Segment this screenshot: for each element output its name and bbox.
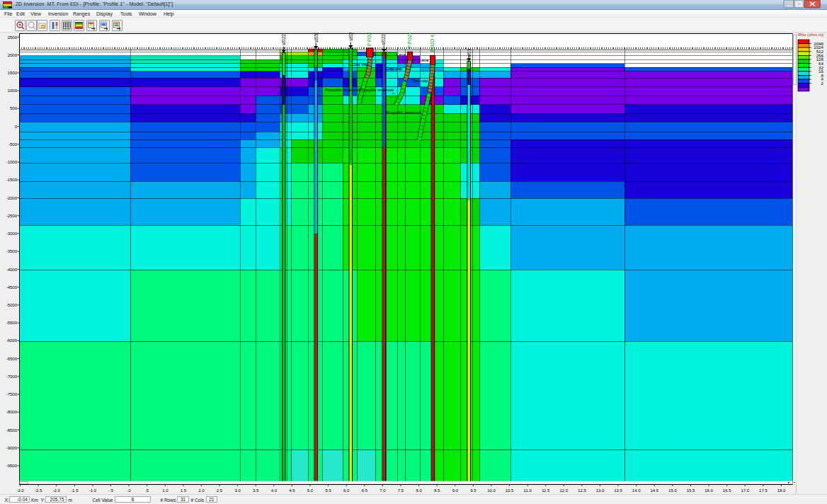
svg-text:-4000: -4000	[6, 268, 18, 272]
svg-text:Propylitic reservoir: Propylitic reservoir	[325, 88, 360, 92]
svg-text:15.0: 15.0	[668, 488, 677, 493]
svg-text:-1000: -1000	[6, 160, 18, 164]
svg-text:Clay cap: Clay cap	[352, 62, 369, 67]
svg-text:14.0: 14.0	[632, 488, 641, 493]
svg-text:1.5: 1.5	[181, 488, 187, 493]
svg-text:9.5: 9.5	[470, 488, 477, 493]
svg-text:-8000: -8000	[6, 410, 18, 414]
svg-text:-5000: -5000	[6, 303, 18, 307]
svg-text:7.5: 7.5	[398, 488, 404, 493]
svg-text:-1.5: -1.5	[71, 488, 79, 493]
svg-text:2: 2	[821, 81, 824, 86]
svg-text:13.5: 13.5	[614, 488, 622, 493]
svg-text:17.5: 17.5	[759, 488, 768, 493]
svg-text:-5500: -5500	[6, 321, 18, 325]
svg-text:4.0: 4.0	[271, 488, 278, 493]
svg-text:1000: 1000	[8, 88, 18, 93]
svg-text:-9000: -9000	[6, 446, 18, 450]
svg-text:-1.0: -1.0	[89, 488, 97, 493]
svg-text:10.0: 10.0	[487, 488, 496, 493]
svg-text:8.5: 8.5	[434, 488, 440, 493]
svg-text:1.0: 1.0	[162, 488, 169, 493]
svg-text:-9500: -9500	[6, 464, 18, 468]
svg-text:6.0: 6.0	[343, 488, 350, 493]
svg-text:-.5: -.5	[108, 488, 114, 493]
svg-text:P POZO: P POZO	[407, 31, 412, 48]
svg-text:Rho (ohm.m): Rho (ohm.m)	[798, 32, 823, 37]
svg-text:.5: .5	[145, 488, 149, 493]
svg-text:3.5: 3.5	[253, 488, 259, 493]
svg-text:st022: st022	[381, 34, 386, 45]
svg-text:10.5: 10.5	[506, 488, 514, 493]
svg-text:-3000: -3000	[6, 231, 18, 236]
svg-text:-2000: -2000	[6, 196, 18, 200]
svg-text:.0: .0	[127, 488, 132, 493]
svg-text:9.0: 9.0	[452, 488, 459, 493]
svg-text:16.0: 16.0	[705, 488, 713, 493]
svg-text:15.5: 15.5	[687, 488, 695, 493]
svg-text:-3.0: -3.0	[16, 488, 24, 493]
svg-text:2.5: 2.5	[217, 488, 223, 493]
svg-text:11.0: 11.0	[524, 488, 532, 493]
svg-text:POZO 4: POZO 4	[430, 35, 435, 52]
svg-text:-8500: -8500	[6, 428, 18, 433]
svg-text:Clay cap: Clay cap	[411, 79, 428, 83]
svg-text:Propylitic reservoir: Propylitic reservoir	[359, 88, 394, 92]
svg-text:12.5: 12.5	[578, 488, 586, 493]
svg-text:1500: 1500	[8, 71, 18, 75]
svg-text:11.5: 11.5	[542, 488, 550, 493]
svg-text:5.0: 5.0	[307, 488, 314, 493]
svg-text:-2.5: -2.5	[35, 488, 42, 493]
svg-text:3.0: 3.0	[234, 488, 241, 493]
svg-text:2.0: 2.0	[198, 488, 205, 493]
svg-text:16.5: 16.5	[723, 488, 731, 493]
svg-text:13.0: 13.0	[596, 488, 605, 493]
svg-text:st022: st022	[281, 34, 286, 45]
svg-text:-2500: -2500	[6, 214, 18, 218]
svg-text:7.0: 7.0	[380, 488, 386, 493]
svg-text:500: 500	[10, 106, 18, 110]
svg-text:4.5: 4.5	[289, 488, 295, 493]
svg-text:-6000: -6000	[6, 338, 18, 343]
svg-text:2000: 2000	[8, 53, 18, 57]
svg-text:-3500: -3500	[6, 249, 18, 253]
svg-text:-2.0: -2.0	[53, 488, 61, 493]
svg-text:2500: 2500	[8, 35, 18, 40]
svg-text:12.0: 12.0	[559, 488, 568, 493]
svg-text:-7000: -7000	[6, 374, 18, 379]
svg-text:8.0: 8.0	[416, 488, 422, 493]
svg-text:Clay cap: Clay cap	[386, 67, 403, 71]
svg-text:Propylitic reservoir: Propylitic reservoir	[387, 110, 421, 115]
svg-text:-6500: -6500	[6, 357, 18, 361]
svg-text:Lava: Lava	[397, 52, 406, 57]
svg-text:18.0: 18.0	[777, 488, 786, 493]
svg-text:st051: st051	[314, 31, 319, 42]
svg-text:14.5: 14.5	[650, 488, 658, 493]
svg-text:-500: -500	[8, 142, 18, 147]
svg-text:5.5: 5.5	[325, 488, 331, 493]
svg-text:-1500: -1500	[6, 178, 18, 182]
svg-text:-7500: -7500	[6, 392, 18, 396]
svg-text:Lava: Lava	[419, 58, 429, 62]
svg-text:-4500: -4500	[6, 285, 18, 290]
svg-text:st03: st03	[467, 48, 472, 57]
svg-text:17.0: 17.0	[741, 488, 749, 493]
svg-text:6.5: 6.5	[362, 488, 368, 493]
